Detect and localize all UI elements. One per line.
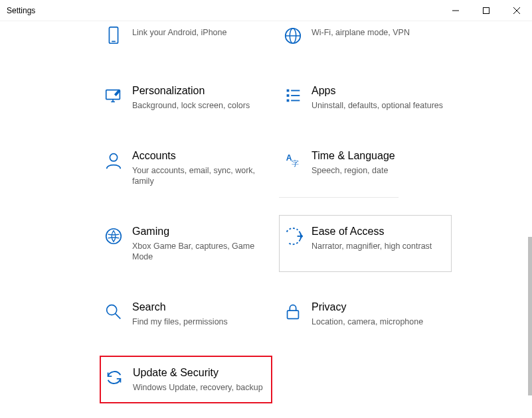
category-desc: Narrator, magnifier, high contrast [311, 241, 444, 251]
category-desc: Your accounts, email, sync, work, family [132, 165, 265, 186]
svg-rect-12 [287, 90, 290, 92]
titlebar: Settings [0, 0, 532, 21]
settings-content: Link your Android, iPhone Wi-Fi, airplan… [0, 21, 532, 418]
category-apps[interactable]: Apps Uninstall, defaults, optional featu… [279, 74, 452, 121]
ease-of-access-icon [280, 225, 306, 246]
svg-rect-25 [288, 311, 299, 318]
category-phone[interactable]: Link your Android, iPhone [100, 21, 272, 56]
phone-icon [100, 25, 127, 46]
category-privacy[interactable]: Privacy Location, camera, microphone [279, 291, 452, 337]
category-title: Gaming [132, 225, 265, 238]
close-button[interactable] [501, 0, 532, 21]
category-desc: Find my files, permissions [132, 316, 265, 327]
category-title: Time & Language [311, 149, 444, 163]
category-title: Apps [311, 84, 444, 98]
svg-text:字: 字 [292, 159, 299, 167]
scrollbar[interactable] [528, 41, 532, 418]
category-title: Ease of Access [311, 225, 444, 238]
category-network[interactable]: Wi-Fi, airplane mode, VPN [279, 21, 452, 56]
category-title: Privacy [311, 301, 444, 314]
privacy-icon [280, 301, 306, 322]
category-desc: Uninstall, defaults, optional features [311, 100, 444, 111]
svg-line-24 [116, 314, 121, 319]
svg-rect-1 [484, 7, 489, 13]
window-controls [440, 0, 532, 21]
svg-point-23 [107, 305, 117, 315]
category-title: Personalization [132, 84, 265, 98]
category-search[interactable]: Search Find my files, permissions [100, 291, 272, 337]
category-personalization[interactable]: Personalization Background, lock screen,… [100, 74, 272, 121]
settings-grid: Link your Android, iPhone Wi-Fi, airplan… [100, 21, 452, 403]
category-desc: Speech, region, date [311, 165, 444, 176]
window-title: Settings [7, 6, 35, 15]
maximize-button[interactable] [471, 0, 501, 21]
category-title: Accounts [132, 149, 265, 163]
category-desc: Xbox Game Bar, captures, Game Mode [132, 241, 265, 262]
category-gaming[interactable]: Gaming Xbox Game Bar, captures, Game Mod… [100, 215, 272, 272]
category-ease-of-access[interactable]: Ease of Access Narrator, magnifier, high… [279, 215, 452, 272]
category-title: Search [132, 301, 265, 314]
category-update-security[interactable]: Update & Security Windows Update, recove… [100, 356, 272, 403]
personalization-icon [100, 84, 127, 105]
category-desc: Location, camera, microphone [311, 316, 444, 327]
category-title: Update & Security [133, 366, 264, 380]
svg-point-18 [110, 154, 117, 161]
search-icon [100, 301, 127, 322]
category-desc: Background, lock screen, colors [132, 100, 265, 111]
category-desc: Windows Update, recovery, backup [133, 382, 264, 393]
apps-icon [280, 84, 306, 105]
update-security-icon [101, 366, 128, 387]
category-accounts[interactable]: Accounts Your accounts, email, sync, wor… [100, 139, 272, 196]
globe-icon [280, 25, 306, 46]
minimize-button[interactable] [440, 0, 471, 21]
scrollbar-thumb[interactable] [528, 237, 532, 395]
category-desc: Link your Android, iPhone [132, 27, 265, 38]
accounts-icon [100, 149, 127, 171]
gaming-icon [100, 225, 127, 246]
category-desc: Wi-Fi, airplane mode, VPN [311, 27, 444, 38]
svg-rect-14 [287, 94, 290, 97]
time-language-icon: A字 [280, 149, 306, 171]
svg-rect-16 [287, 100, 290, 102]
category-time-language[interactable]: A字 Time & Language Speech, region, date [279, 139, 452, 196]
